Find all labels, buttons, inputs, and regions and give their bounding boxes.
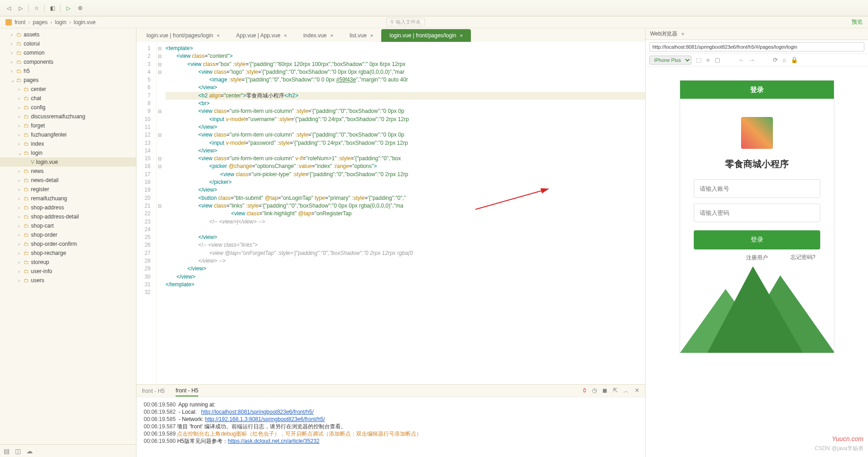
crumb-p3[interactable]: login.vue	[74, 19, 96, 25]
editor-area: login.vue | front/pages/login×App.vue | …	[136, 28, 645, 457]
crumb-proj[interactable]: front	[15, 19, 25, 25]
device-select[interactable]: iPhone Plus	[649, 56, 691, 65]
tree-item-index[interactable]: ›🗀index	[0, 139, 136, 148]
username-input[interactable]	[694, 179, 820, 198]
export-icon[interactable]: ⇱	[613, 387, 618, 395]
tree-item-pages[interactable]: ⌄🗀pages	[0, 76, 136, 85]
preview-button[interactable]: 预览	[852, 18, 863, 26]
run-icon[interactable]: ▷	[64, 4, 72, 12]
tree-item-discussremaifuzhuang[interactable]: ›🗀discussremaifuzhuang	[0, 112, 136, 121]
clock-icon[interactable]: ◷	[592, 387, 597, 395]
editor-tab[interactable]: list.vue×	[341, 29, 381, 42]
back-icon[interactable]: ◁	[5, 4, 13, 12]
app-title: 零食商城小程序	[694, 158, 820, 170]
tree-item-config[interactable]: ›🗀config	[0, 103, 136, 112]
password-input[interactable]	[694, 203, 820, 222]
svg-line-4	[475, 189, 548, 209]
forward-icon[interactable]: ▷	[16, 4, 25, 12]
tree-item-chat[interactable]: ›🗀chat	[0, 94, 136, 103]
bug-icon[interactable]: ⧮	[583, 387, 586, 395]
phone-header: 登录	[680, 81, 834, 99]
tree-item-login-vue[interactable]: Vlogin.vue	[0, 157, 136, 167]
tree-item-storeup[interactable]: ›🗀storeup	[0, 258, 136, 267]
tree-item-shop-order[interactable]: ›🗀shop-order	[0, 230, 136, 239]
term-tab-2[interactable]: front - H5	[176, 386, 198, 396]
project-icon	[5, 19, 12, 25]
terminal: front - H5 front - H5 ⧮ ◷ ◼ ⇱ ︿ ✕ 00:06:…	[136, 384, 645, 457]
editor-tab[interactable]: index.vue×	[295, 29, 342, 42]
tree-item-users[interactable]: ›🗀users	[0, 276, 136, 285]
browser-toolbar: iPhone Plus ⬚ ⟡ ▢ ← → ⟳ ⌂ 🔒	[646, 54, 868, 66]
tree-item-register[interactable]: ›🗀register	[0, 185, 136, 194]
editor-tab[interactable]: login.vue | front/pages/login×	[138, 29, 228, 42]
book-icon[interactable]: ▤	[4, 447, 10, 455]
tree-item-remaifuzhuang[interactable]: ›🗀remaifuzhuang	[0, 194, 136, 203]
cut-icon[interactable]: ◧	[48, 4, 56, 12]
tree-item-components[interactable]: ›🗀components	[0, 57, 136, 66]
tree-item-fuzhuangfenlei[interactable]: ›🗀fuzhuangfenlei	[0, 130, 136, 139]
tree-item-shop-cart[interactable]: ›🗀shop-cart	[0, 221, 136, 230]
search-icon: ⚲	[390, 19, 394, 25]
tree-item-shop-order-confirm[interactable]: ›🗀shop-order-confirm	[0, 239, 136, 249]
tree-item-common[interactable]: ›🗀common	[0, 48, 136, 57]
watermark: Yuucn.com	[832, 435, 863, 442]
browser-tab: Web浏览器 ×	[646, 28, 868, 40]
search-file[interactable]: ⚲ 输入文件名	[386, 18, 425, 26]
lock-icon[interactable]: 🔒	[791, 56, 798, 63]
code-editor[interactable]: 1234567891011121314151617181920212223242…	[136, 42, 645, 384]
collapse-icon[interactable]: ︿	[623, 387, 629, 395]
file-explorer: ›🗀assets›🗀colorui›🗀common›🗀components›🗀h…	[0, 28, 136, 457]
crumb-p1[interactable]: pages	[33, 19, 48, 25]
cloud-icon[interactable]: ☁	[26, 447, 33, 455]
nav-back-icon[interactable]: ←	[738, 56, 744, 63]
tree-item-center[interactable]: ›🗀center	[0, 85, 136, 94]
tree-item-shop-address[interactable]: ›🗀shop-address	[0, 203, 136, 212]
app-logo	[741, 117, 773, 149]
breadcrumb: front › pages › login › login.vue ⚲ 输入文件…	[0, 16, 868, 28]
nav-fwd-icon[interactable]: →	[749, 56, 755, 63]
tree-item-assets[interactable]: ›🗀assets	[0, 30, 136, 39]
phone-preview: 登录 零食商城小程序 登录 注册用户 忘记密码?	[680, 80, 834, 353]
forget-link[interactable]: 忘记密码?	[791, 254, 816, 261]
close-icon[interactable]: ✕	[635, 387, 640, 395]
editor-tab[interactable]: App.vue | App.vue×	[228, 29, 295, 42]
crumb-p2[interactable]: login	[55, 19, 66, 25]
tree-item-user-info[interactable]: ›🗀user-info	[0, 267, 136, 276]
stop-icon[interactable]: ◼	[602, 387, 607, 395]
tools-icon[interactable]: ⟡	[706, 56, 710, 64]
watermark2: CSDN @java李杨勇	[814, 445, 863, 452]
settings-icon[interactable]: ⚙	[76, 4, 84, 12]
sidebar-bottom: ▤ ◫ ☁	[0, 444, 136, 457]
login-button[interactable]: 登录	[694, 230, 820, 249]
editor-tabs: login.vue | front/pages/login×App.vue | …	[136, 28, 645, 42]
home-icon[interactable]: ⌂	[782, 56, 786, 63]
url-input[interactable]	[649, 42, 864, 51]
refresh-icon[interactable]: ⟳	[773, 56, 778, 63]
tree-item-h5[interactable]: ›🗀h5	[0, 66, 136, 76]
editor-tab[interactable]: login.vue | front/pages/login×	[381, 29, 471, 42]
star-icon[interactable]: ☆	[32, 4, 40, 12]
inspect-icon[interactable]: ⬚	[696, 56, 701, 63]
tree-item-news-detail[interactable]: ›🗀news-detail	[0, 176, 136, 185]
top-toolbar: ◁ ▷ ☆ ◧ ▷ ⚙	[0, 0, 868, 16]
annotation-arrow	[473, 187, 555, 214]
close-icon[interactable]: ×	[681, 31, 684, 37]
dock-icon[interactable]: ▢	[715, 56, 720, 63]
tree-item-forget[interactable]: ›🗀forget	[0, 121, 136, 130]
terminal-tabs: front - H5 front - H5 ⧮ ◷ ◼ ⇱ ︿ ✕	[136, 385, 645, 397]
web-preview-panel: Web浏览器 × iPhone Plus ⬚ ⟡ ▢ ← → ⟳ ⌂ 🔒	[645, 28, 868, 457]
tree-item-colorui[interactable]: ›🗀colorui	[0, 39, 136, 48]
term-tab-1[interactable]: front - H5	[142, 386, 165, 396]
terminal-output[interactable]: 00:06:19.580 App running at:00:06:19.582…	[136, 397, 645, 457]
tree-item-shop-address-detail[interactable]: ›🗀shop-address-detail	[0, 212, 136, 221]
tree-item-news[interactable]: ›🗀news	[0, 167, 136, 176]
tree-item-login[interactable]: ⌄🗀login	[0, 148, 136, 157]
mountains-decoration	[680, 262, 834, 353]
tree-item-shop-recharge[interactable]: ›🗀shop-recharge	[0, 249, 136, 258]
outline-icon[interactable]: ◫	[15, 447, 21, 455]
